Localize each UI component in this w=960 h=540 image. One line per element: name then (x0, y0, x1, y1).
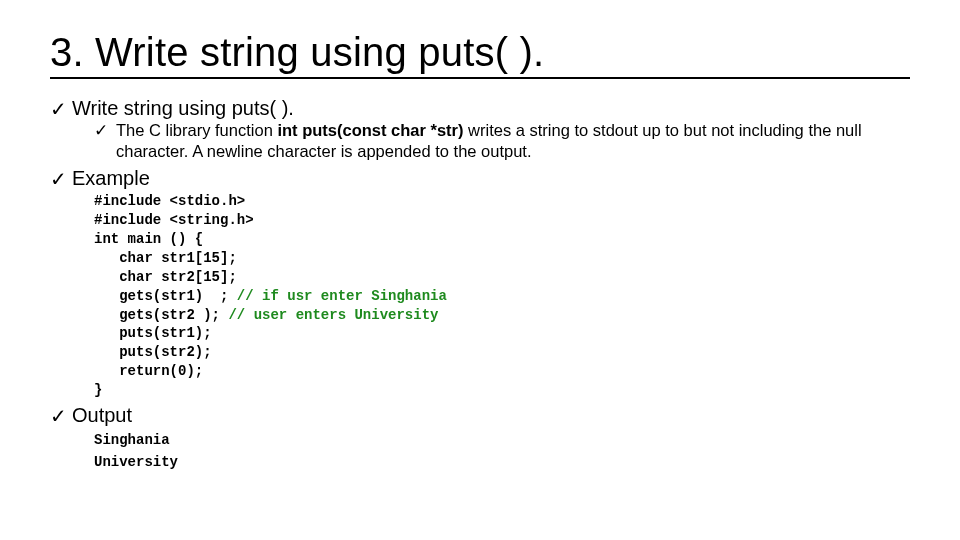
code-line: #include <stdio.h> (94, 193, 245, 209)
slide-title: 3. Write string using puts( ). (50, 30, 910, 79)
code-line: char str1[15]; (94, 250, 237, 266)
code-line: return(0); (94, 363, 203, 379)
bullet-list-2: Output (50, 404, 910, 427)
desc-pre: The C library function (116, 121, 277, 139)
output-line: University (94, 454, 178, 470)
code-line: puts(str2); (94, 344, 212, 360)
slide: 3. Write string using puts( ). Write str… (0, 0, 960, 540)
bullet-output: Output (50, 404, 910, 427)
code-line: int main () { (94, 231, 203, 247)
code-comment: // user enters University (228, 307, 438, 323)
code-comment: // if usr enter Singhania (237, 288, 447, 304)
code-line: puts(str1); (94, 325, 212, 341)
bullet-description: The C library function int puts(const ch… (94, 120, 910, 161)
code-line: char str2[15]; (94, 269, 237, 285)
bullet-example: Example (50, 167, 910, 190)
code-line: gets(str2 ); (94, 307, 228, 323)
bullet-label: Write string using puts( ). (72, 97, 294, 119)
bullet-sub-wrap: The C library function int puts(const ch… (72, 120, 910, 161)
desc-bold: int puts(const char *str) (277, 121, 463, 139)
code-line: gets(str1) ; (94, 288, 237, 304)
bullet-list: Write string using puts( ). The C librar… (50, 97, 910, 190)
bullet-write-string: Write string using puts( ). The C librar… (50, 97, 910, 161)
code-line: #include <string.h> (94, 212, 254, 228)
bullet-label: Output (72, 404, 132, 426)
output-block: Singhania University (50, 429, 910, 474)
code-example: #include <stdio.h> #include <string.h> i… (50, 192, 910, 400)
code-line: } (94, 382, 102, 398)
output-line: Singhania (94, 432, 170, 448)
bullet-label: Example (72, 167, 150, 189)
